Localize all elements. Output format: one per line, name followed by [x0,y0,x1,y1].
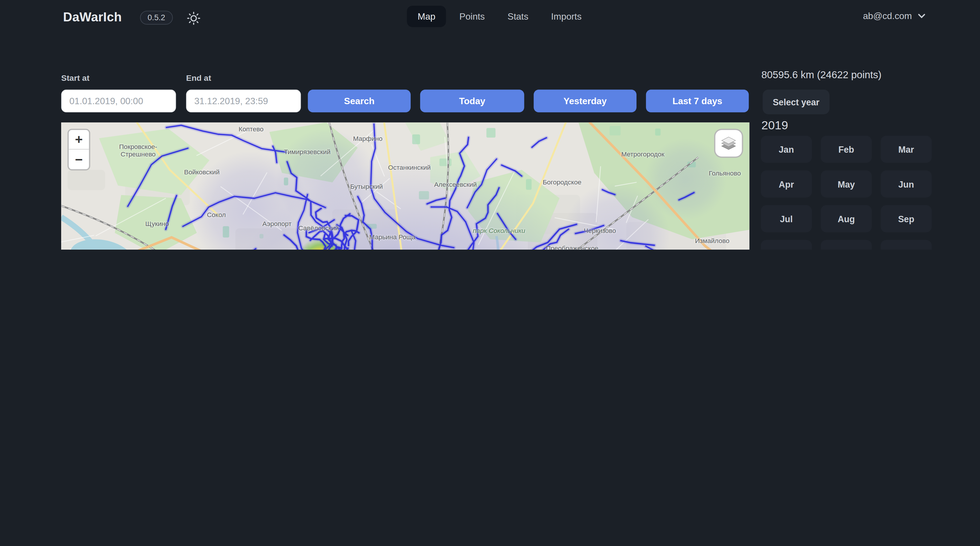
tab-points[interactable]: Points [450,6,494,27]
main-nav: MapPointsStatsImports [407,6,591,27]
end-at-input[interactable] [186,90,301,113]
month-button-may[interactable]: May [821,171,872,198]
version-badge: 0.5.2 [140,11,173,24]
month-button-jan[interactable]: Jan [761,136,812,163]
app-header: DaWarIch 0.5.2 MapPointsStatsImports ab@… [0,0,980,35]
month-button-mar[interactable]: Mar [880,136,932,163]
zoom-control: + − [67,129,90,170]
tab-map[interactable]: Map [407,6,446,27]
month-button-jul[interactable]: Jul [761,205,812,232]
layers-icon [719,134,738,153]
month-button-oct[interactable]: Oct [761,240,812,250]
tab-imports[interactable]: Imports [542,6,591,27]
zoom-out-button[interactable]: − [68,150,89,169]
yesterday-button[interactable]: Yesterday [533,90,636,113]
month-button-dec[interactable]: Dec [880,240,932,250]
today-button[interactable]: Today [420,90,524,113]
select-year-button[interactable]: Select year [762,90,829,114]
tab-stats[interactable]: Stats [498,6,538,27]
theme-toggle-sun-icon[interactable] [186,11,201,26]
end-at-label: End at [186,73,211,83]
user-email: ab@cd.com [863,11,912,21]
map-tiles-art [61,122,749,250]
zoom-in-button[interactable]: + [68,130,89,150]
last-7-days-button[interactable]: Last 7 days [646,90,749,113]
app-window: DaWarIch 0.5.2 MapPointsStatsImports ab@… [0,0,980,250]
month-button-aug[interactable]: Aug [821,205,872,232]
map-canvas[interactable]: Покровское- СтрешневоКоптевоТимирязевски… [61,122,749,250]
app-logo[interactable]: DaWarIch [63,10,122,24]
distance-points-stat: 80595.6 km (24622 points) [761,70,881,81]
chevron-down-icon [917,11,926,20]
start-at-label: Start at [61,73,89,83]
month-grid: JanFebMarAprMayJunJulAugSepOctNovDec [761,136,932,250]
year-heading: 2019 [761,119,788,133]
user-menu[interactable]: ab@cd.com [863,11,926,21]
layers-control[interactable] [714,129,743,158]
search-button[interactable]: Search [308,90,411,113]
month-button-apr[interactable]: Apr [761,171,812,198]
month-button-jun[interactable]: Jun [880,171,932,198]
month-button-nov[interactable]: Nov [821,240,872,250]
month-button-feb[interactable]: Feb [821,136,872,163]
month-button-sep[interactable]: Sep [880,205,932,232]
start-at-input[interactable] [61,90,176,113]
